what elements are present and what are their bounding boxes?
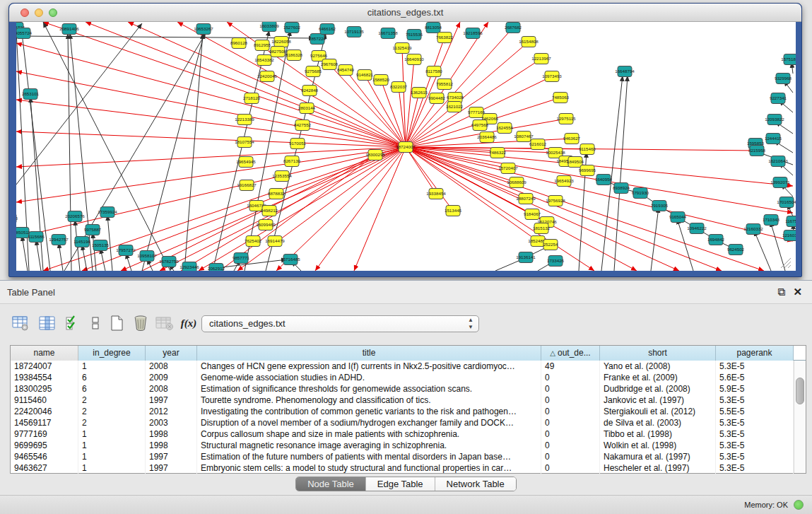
table-cell[interactable]: 9463627 <box>11 462 78 474</box>
graph-node[interactable]: 10958107 <box>137 251 157 262</box>
table-cell[interactable]: 1 <box>78 428 146 440</box>
graph-node[interactable]: 8215958 <box>748 146 766 156</box>
graph-node[interactable]: 6791930 <box>632 188 649 199</box>
table-cell[interactable]: Structural magnetic resonance image aver… <box>197 440 541 451</box>
graph-edge[interactable] <box>93 233 96 271</box>
graph-edge[interactable] <box>59 243 63 271</box>
table-cell[interactable]: 0 <box>541 428 600 440</box>
graph-edge[interactable] <box>177 22 406 147</box>
table-cell[interactable]: 18724007 <box>11 361 78 372</box>
graph-node[interactable]: 9227341 <box>770 93 787 104</box>
graph-edge[interactable] <box>22 235 28 271</box>
table-cell[interactable]: 5.3E-5 <box>716 451 794 462</box>
graph-node[interactable]: 6216012 <box>529 139 547 150</box>
table-cell[interactable]: 1998 <box>146 440 197 451</box>
function-builder-button[interactable]: f(x) <box>178 313 199 334</box>
table-cell[interactable]: Nakamura et al. (1997) <box>600 451 716 462</box>
table-cell[interactable]: 0 <box>541 395 600 406</box>
graph-node[interactable]: 9624502 <box>727 245 745 255</box>
graph-node[interactable]: 16782759 <box>159 257 179 267</box>
graph-node[interactable]: 252254 <box>543 240 558 250</box>
table-cell[interactable]: 0 <box>541 383 600 395</box>
graph-node[interactable]: 9170051 <box>289 139 307 149</box>
graph-node[interactable]: 8878832 <box>268 189 286 199</box>
table-cell[interactable]: 2003 <box>146 417 197 428</box>
graph-node[interactable]: 1513445 <box>445 206 462 216</box>
graph-edge[interactable] <box>16 147 406 202</box>
graph-node[interactable]: 19756928 <box>546 196 565 206</box>
graph-node[interactable]: 7515536 <box>406 30 423 40</box>
graph-node[interactable]: 19166827 <box>237 180 257 191</box>
graph-node[interactable]: 2718120 <box>243 93 261 104</box>
graph-edge[interactable] <box>16 147 406 238</box>
table-cell[interactable]: Tourette syndrome. Phenomenology and cla… <box>197 395 541 406</box>
graph-node[interactable]: 19654945 <box>236 157 256 168</box>
graph-node[interactable]: 1710343 <box>763 215 780 226</box>
table-cell[interactable]: de Silva et al. (2003) <box>600 417 716 428</box>
table-cell[interactable]: 2 <box>78 395 146 406</box>
table-cell[interactable]: 5.3E-5 <box>716 440 794 451</box>
table-cell[interactable]: 9699695 <box>11 440 78 451</box>
graph-node[interactable]: 12213389 <box>235 115 254 125</box>
graph-node[interactable]: 8427552 <box>294 120 312 131</box>
graph-node[interactable]: 13992071 <box>770 177 790 188</box>
graph-node[interactable]: 9146821 <box>356 70 374 81</box>
graph-node[interactable]: 15716485 <box>281 255 300 265</box>
graph-node[interactable]: 6497568 <box>471 120 489 131</box>
graph-node[interactable]: 7625402 <box>245 236 262 247</box>
graph-node[interactable]: 12353554 <box>272 171 292 182</box>
graph-node[interactable]: 10719135 <box>344 27 364 37</box>
graph-node[interactable]: 7919305 <box>651 201 669 211</box>
graph-edge[interactable] <box>100 248 105 271</box>
graph-edge[interactable] <box>770 221 785 271</box>
graph-node[interactable]: 10653267 <box>194 24 213 35</box>
graph-node[interactable]: 9463627 <box>563 134 581 144</box>
table-cell[interactable]: 0 <box>541 372 600 383</box>
nodes-layer[interactable]: 1653724405572420891406106532671603380915… <box>16 22 796 271</box>
table-cell[interactable]: Franke et al. (2009) <box>600 372 716 383</box>
table-source-dropdown[interactable]: citations_edges.txt ▲▼ <box>201 315 479 332</box>
graph-edge[interactable] <box>199 147 406 271</box>
column-header-in_degree[interactable]: in_degree <box>78 346 146 361</box>
graph-node[interactable]: 1145194 <box>73 237 90 247</box>
graph-edge[interactable] <box>614 76 628 271</box>
graph-node[interactable]: 4055724 <box>16 28 33 39</box>
resize-grip[interactable] <box>781 258 791 268</box>
table-cell[interactable]: Tibbo et al. (1998) <box>600 428 716 440</box>
table-cell[interactable]: 2 <box>78 406 146 417</box>
graph-node[interactable]: 1167533 <box>785 216 796 227</box>
table-cell[interactable]: 1 <box>78 451 146 462</box>
table-cell[interactable]: Hescheler et al. (1997) <box>600 462 716 474</box>
graph-node[interactable]: 15720407 <box>498 163 518 174</box>
table-row[interactable]: 946554611997Estimation of the future num… <box>11 451 806 462</box>
table-cell[interactable]: 9465546 <box>11 451 78 462</box>
table-cell[interactable]: 5.3E-5 <box>716 395 794 406</box>
table-cell[interactable]: Investigating the contribution of common… <box>197 406 541 417</box>
graph-node[interactable]: 18724007 <box>396 142 416 153</box>
graph-node[interactable]: 10688609 <box>507 177 526 188</box>
graph-node[interactable]: 16914479 <box>265 236 285 247</box>
tab-network-table[interactable]: Network Table <box>435 477 516 491</box>
graph-node[interactable]: 20364486 <box>477 132 497 143</box>
graph-node[interactable]: 19218596 <box>463 28 483 39</box>
table-cell[interactable]: 18300295 <box>11 383 78 395</box>
graph-edge[interactable] <box>142 155 375 271</box>
table-settings-button[interactable] <box>10 313 31 334</box>
graph-edge[interactable] <box>16 43 406 147</box>
graph-node[interactable]: 2967608 <box>321 59 339 70</box>
graph-node[interactable]: 1362615 <box>411 88 428 98</box>
graph-node[interactable]: 1505135 <box>92 240 110 251</box>
graph-node[interactable]: 16671358 <box>378 28 398 39</box>
new-table-button[interactable] <box>106 313 127 334</box>
graph-node[interactable]: 9165044 <box>669 212 687 223</box>
graph-node[interactable]: 1694842 <box>707 235 725 245</box>
graph-node[interactable]: 9904482 <box>428 93 446 104</box>
graph-node[interactable]: 18300295 <box>365 150 385 160</box>
table-row[interactable]: 911546021997Tourette syndrome. Phenomeno… <box>11 395 806 406</box>
column-header-out_de[interactable]: △out_de... <box>541 346 600 361</box>
graph-edge[interactable] <box>142 33 204 271</box>
table-cell[interactable]: Jankovic et al. (1997) <box>600 395 716 406</box>
graph-edge[interactable] <box>16 132 406 147</box>
table-cell[interactable]: 6 <box>78 383 146 395</box>
graph-node[interactable]: 12975115 <box>556 114 576 124</box>
